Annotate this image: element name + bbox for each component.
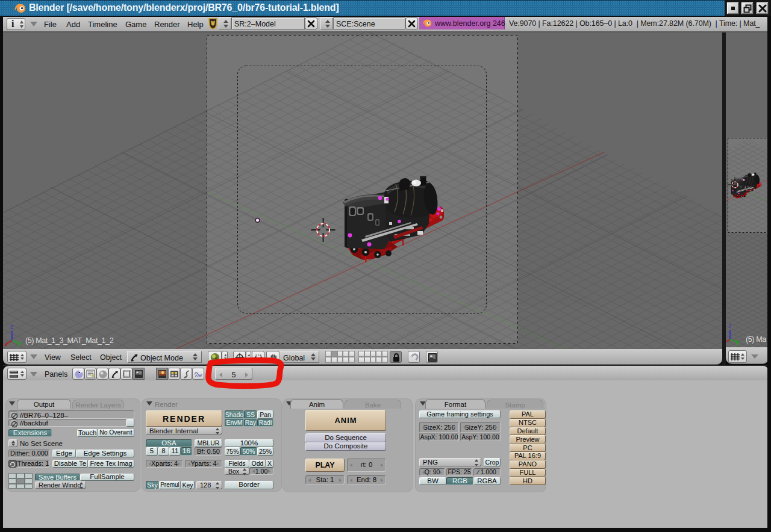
svg-text:z: z: [728, 322, 731, 329]
svg-text:y: y: [17, 341, 20, 347]
svg-text:y: y: [735, 339, 738, 346]
svg-text:z: z: [10, 323, 13, 330]
svg-text:(5) Ma: (5) Ma: [746, 335, 766, 344]
svg-text:(5) Mat_1_3_MAT_Mat_1_2: (5) Mat_1_3_MAT_Mat_1_2: [25, 336, 114, 345]
